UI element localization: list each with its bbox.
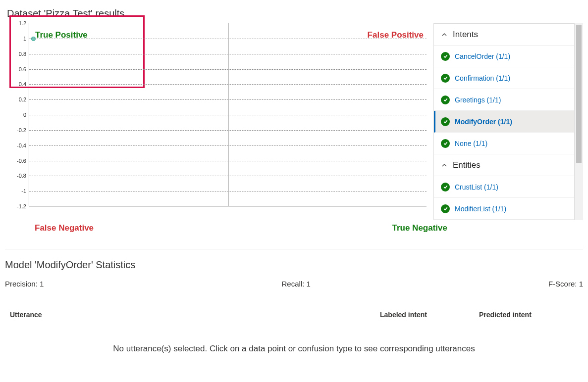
chart-y-tick: -1 xyxy=(10,188,26,194)
page-title: Dataset 'Pizza Test' results xyxy=(7,8,583,19)
chart-gridline xyxy=(29,176,427,176)
sidebar-item[interactable]: CrustList (1/1) xyxy=(434,176,574,198)
check-circle-icon xyxy=(441,52,450,61)
chart-gridline xyxy=(29,54,427,54)
stats-title: Model 'ModifyOrder' Statistics xyxy=(5,259,583,271)
check-circle-icon xyxy=(441,204,450,213)
chart-y-tick: 0 xyxy=(10,112,26,118)
sidebar-scroll-thumb[interactable] xyxy=(576,25,582,163)
sidebar-scrollbar[interactable] xyxy=(575,23,583,220)
confusion-scatter-chart[interactable]: True Positive False Positive 1.210.80.60… xyxy=(5,23,427,236)
chart-gridline xyxy=(29,191,427,191)
utterances-table-header: Utterance Labeled intent Predicted inten… xyxy=(5,308,583,322)
chart-gridline xyxy=(29,130,427,131)
chart-y-tick: -0.8 xyxy=(10,173,26,179)
sidebar-section-header[interactable]: Intents xyxy=(434,24,574,46)
chart-gridline xyxy=(29,145,427,146)
chart-y-tick: 1 xyxy=(10,36,26,42)
utterances-empty-message: No utterance(s) selected. Click on a dat… xyxy=(5,344,583,354)
check-circle-icon xyxy=(441,74,450,83)
check-circle-icon xyxy=(441,96,450,104)
section-divider xyxy=(5,249,583,249)
sidebar-item-label: None (1/1) xyxy=(455,140,487,147)
chart-y-tick: 1.2 xyxy=(10,20,26,26)
highlight-box xyxy=(9,15,145,88)
stat-recall: Recall: 1 xyxy=(281,280,310,288)
sidebar-section-header[interactable]: Entities xyxy=(434,154,574,176)
chart-y-tick: -0.4 xyxy=(10,143,26,148)
sidebar-item-label: CancelOrder (1/1) xyxy=(455,52,510,60)
sidebar-section-title: Entities xyxy=(453,160,481,170)
chart-y-tick: 0.6 xyxy=(10,66,26,72)
chart-gridline xyxy=(29,69,427,70)
sidebar-item[interactable]: CancelOrder (1/1) xyxy=(434,46,574,67)
chart-y-tick: 0.4 xyxy=(10,81,26,87)
check-circle-icon xyxy=(441,139,450,148)
sidebar-item[interactable]: None (1/1) xyxy=(434,133,574,154)
intents-entities-panel: IntentsCancelOrder (1/1)Confirmation (1/… xyxy=(433,23,575,220)
sidebar-item[interactable]: Greetings (1/1) xyxy=(434,89,574,111)
stat-precision: Precision: 1 xyxy=(5,280,44,288)
col-utterance[interactable]: Utterance xyxy=(10,311,380,319)
sidebar-section-title: Intents xyxy=(453,30,478,40)
sidebar-item[interactable]: Confirmation (1/1) xyxy=(434,67,574,89)
col-labeled-intent[interactable]: Labeled intent xyxy=(380,311,479,319)
check-circle-icon xyxy=(441,117,450,126)
stat-fscore: F-Score: 1 xyxy=(548,280,583,288)
col-predicted-intent[interactable]: Predicted intent xyxy=(479,311,578,319)
chart-gridline xyxy=(29,84,427,85)
quadrant-label-true-negative[interactable]: True Negative xyxy=(392,223,448,233)
quadrant-label-false-negative[interactable]: False Negative xyxy=(35,223,94,233)
chart-y-tick: -0.2 xyxy=(10,127,26,133)
sidebar-item-label: ModifierList (1/1) xyxy=(455,205,506,213)
chart-gridline xyxy=(29,99,427,100)
chart-y-tick: -0.6 xyxy=(10,158,26,164)
chevron-up-icon xyxy=(441,31,448,38)
chart-y-tick: -1.2 xyxy=(10,203,26,209)
chart-y-tick: 0.8 xyxy=(10,51,26,57)
sidebar-item-label: Confirmation (1/1) xyxy=(455,74,510,82)
chart-gridline xyxy=(29,161,427,161)
sidebar-item[interactable]: ModifyOrder (1/1) xyxy=(434,111,574,133)
sidebar-item-label: ModifyOrder (1/1) xyxy=(455,118,512,126)
chart-y-tick: 0.2 xyxy=(10,96,26,102)
sidebar-item-label: CrustList (1/1) xyxy=(455,183,498,191)
chart-gridline xyxy=(29,39,427,39)
sidebar-item[interactable]: ModifierList (1/1) xyxy=(434,198,574,220)
check-circle-icon xyxy=(441,183,450,191)
sidebar-item-label: Greetings (1/1) xyxy=(455,96,501,104)
chevron-up-icon xyxy=(441,162,448,169)
